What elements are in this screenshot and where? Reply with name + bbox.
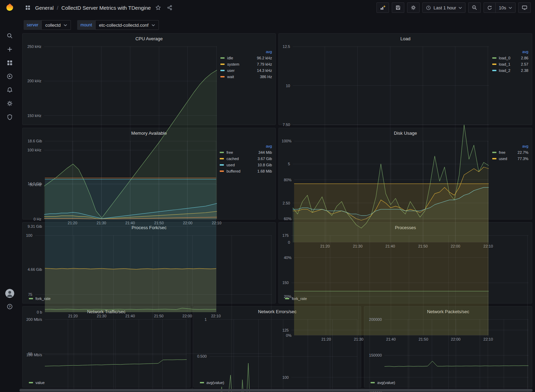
legend-item[interactable]: free22.7% (492, 149, 528, 156)
y-axis-label: 0.500 (197, 354, 207, 358)
zoom-out-button[interactable] (468, 2, 481, 13)
legend: avgfree344 Mibcached3.67 Gibused10.8 Gib… (220, 144, 272, 218)
panel-body: 0 Hz50 kHz100 kHz150 kHz200 kHz250 kHz21… (23, 43, 275, 125)
variable-server-dropdown[interactable]: collectd (41, 20, 71, 30)
legend-item[interactable]: load_22.38 (492, 67, 528, 74)
legend-item[interactable]: user14.3 kHz (220, 67, 272, 74)
plot-area[interactable] (45, 319, 187, 392)
legend-swatch (492, 152, 496, 153)
sidebar-item-configuration[interactable] (3, 99, 17, 108)
legend-swatch (492, 64, 496, 65)
y-axis-label: 7.50 (283, 123, 290, 127)
legend-series-value: 96.2 kHz (257, 56, 272, 60)
panel-title[interactable]: Load (279, 34, 532, 43)
star-dashboard-button[interactable] (154, 3, 162, 12)
panel-load: Load 02.5057.501012.521:2021:3021:4021:5… (278, 33, 532, 125)
help-icon: ? (7, 303, 13, 310)
legend-series-name: load_1 (499, 62, 510, 66)
panel-body: 05000010000015000020000021:2021:3021:402… (364, 316, 532, 387)
panel-body: 0%20%40%60%80%100%21:2021:3021:4021:5022… (279, 138, 532, 219)
add-panel-button[interactable] (376, 2, 389, 13)
sidebar-item-server-admin[interactable] (3, 112, 17, 122)
legend-swatch (220, 57, 225, 59)
grafana-logo[interactable] (0, 0, 19, 15)
sidebar-item-alerting[interactable] (3, 85, 17, 94)
legend: avgload_02.86load_12.57load_22.38 (492, 50, 528, 124)
save-dashboard-button[interactable] (392, 2, 404, 13)
chevron-down-icon (509, 7, 512, 9)
legend-swatch (220, 70, 225, 71)
y-axis-label: 200 Mb/s (26, 317, 42, 322)
sidebar-bottom: ? (0, 289, 19, 311)
save-icon (395, 5, 401, 10)
legend-series-value: 1.68 Mib (257, 169, 272, 173)
legend-item[interactable]: system7.79 kHz (220, 61, 272, 67)
breadcrumb-folder[interactable]: General (35, 5, 54, 11)
y-axis-label: 100% (282, 139, 291, 143)
gear-icon (7, 100, 13, 107)
legend-swatch (220, 164, 224, 166)
variable-mount-label: mount (77, 20, 95, 30)
y-axis: 050000100000150000200000 (366, 319, 384, 392)
dashboard-variables: server collectd mount etc-collectd-colle… (19, 15, 535, 33)
legend-item[interactable]: cached3.67 Gib (220, 156, 272, 162)
dashboard-settings-button[interactable] (407, 2, 420, 13)
horizontal-scrollbar[interactable] (19, 389, 535, 392)
legend-series-name: buffered (226, 169, 240, 173)
panel-title[interactable]: CPU Average (23, 34, 275, 43)
legend-swatch (220, 64, 225, 65)
legend-swatch (220, 170, 224, 172)
dashboards-icon (7, 60, 13, 66)
refresh-button[interactable] (484, 2, 496, 13)
plot-area[interactable] (210, 319, 358, 392)
panel-add-icon (380, 5, 386, 10)
legend-item[interactable]: idle96.2 kHz (220, 55, 272, 61)
user-avatar[interactable] (5, 289, 14, 298)
panel-disk-usage: Disk Usage 0%20%40%60%80%100%21:2021:302… (278, 128, 532, 219)
legend-item[interactable]: wait386 Hz (220, 74, 272, 80)
plus-icon (7, 46, 13, 52)
avatar-icon (5, 289, 14, 298)
refresh-interval-picker[interactable]: 10s (496, 2, 516, 13)
variable-mount-value: etc-collectd-collectd.conf (99, 23, 148, 28)
plot-area[interactable] (384, 319, 528, 392)
tv-mode-button[interactable] (518, 2, 531, 13)
y-axis-label: 150 kHz (27, 114, 41, 118)
variable-mount-dropdown[interactable]: etc-collectd-collectd.conf (95, 20, 159, 30)
nav-actions: Last 1 hour 10s (376, 2, 531, 13)
time-range-picker[interactable]: Last 1 hour (422, 2, 465, 13)
panel-body: 507510012515017521:2021:3021:4021:5022:0… (279, 232, 532, 303)
refresh-interval-label: 10s (499, 5, 506, 10)
legend-item[interactable]: free344 Mib (220, 149, 272, 156)
y-axis-label: 100 (26, 233, 32, 237)
y-axis-label: 175 (282, 233, 289, 237)
explore-icon (7, 73, 13, 80)
legend-swatch (220, 158, 224, 159)
variable-mount: mount etc-collectd-collectd.conf (77, 20, 159, 30)
dashboard-title: CollectD Server Metrics with TDengine (62, 5, 151, 11)
alerting-icon (7, 87, 13, 93)
sidebar-item-help[interactable]: ? (3, 302, 17, 311)
legend-series-name: load_2 (499, 68, 510, 73)
panel-memory-available: Memory Available 0 b4.66 Gib9.31 Gib14.0… (22, 128, 276, 219)
legend-item[interactable]: buffered1.68 Mib (220, 168, 272, 174)
legend-item[interactable]: used10.8 Gib (220, 162, 272, 168)
legend-series-name: free (226, 150, 233, 155)
panel-body: 0 b4.66 Gib9.31 Gib14.0 Gib18.6 Gib21:20… (23, 138, 275, 219)
share-dashboard-button[interactable] (165, 3, 174, 12)
sidebar-item-search[interactable] (3, 31, 17, 40)
legend-series-value: 2.57 (521, 62, 528, 66)
legend-item[interactable]: load_12.57 (492, 61, 528, 67)
sidebar-item-dashboards[interactable] (3, 58, 17, 67)
sidebar-item-create[interactable] (3, 45, 17, 54)
grafana-logo-icon (5, 3, 15, 12)
sidebar-item-explore[interactable] (3, 72, 17, 81)
legend-swatch (492, 57, 496, 59)
legend-series-name: used (499, 157, 507, 161)
legend-swatch (492, 70, 496, 71)
legend-item[interactable]: used77.3% (492, 156, 528, 162)
legend-item[interactable]: load_02.86 (492, 55, 528, 61)
y-axis: -1-0.5000.5001 (196, 319, 210, 392)
scrollbar-thumb[interactable] (19, 389, 533, 392)
legend-series-name: cached (226, 157, 238, 161)
